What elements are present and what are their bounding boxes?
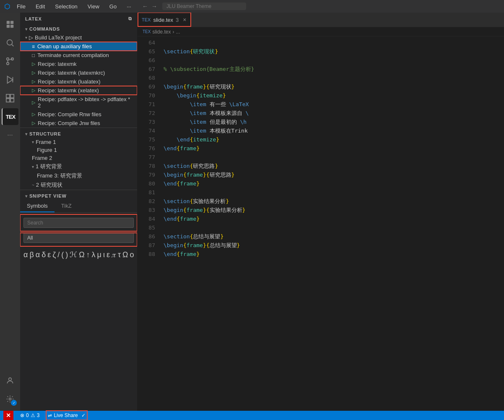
slide-tex-tab[interactable]: TEX slide.tex 3 × (138, 13, 191, 27)
search-area (162, 3, 500, 10)
titlebar: ⬡ File Edit Selection View Go ··· ← → (0, 0, 504, 13)
section1-label: 1 研究背景 (36, 163, 62, 170)
recipe4-icon: ▷ (32, 88, 35, 93)
snippet-search-container (20, 214, 137, 231)
svg-rect-2 (7, 25, 10, 28)
tab-bar: TEX slide.tex 3 × (138, 13, 504, 27)
line-87: \begin{frame}{总结与展望} (164, 241, 504, 250)
code-editor[interactable]: 64 65 66 67 68 69 70 71 72 73 74 75 76 7… (138, 37, 504, 411)
status-close[interactable]: ✕ (3, 411, 13, 420)
section2-item[interactable]: ~ 2 研究现状 (20, 180, 137, 190)
line-86: \section{总结与展望} (164, 232, 504, 241)
line-79: \begin{frame}{研究思路} (164, 170, 504, 179)
snippet-filter-select[interactable]: All (23, 233, 134, 243)
tab-tikz[interactable]: TikZ (55, 200, 78, 212)
terminate-command[interactable]: □ Terminate current compilation (20, 51, 137, 60)
clean-command[interactable]: ≡ Clean up auxiliary files (20, 42, 137, 51)
structure-section: ▾ STRUCTURE ▾ Frame 1 Figure 1 Frame 2 ▾… (20, 128, 137, 190)
line-71: \item 有一些 \LaTeX (164, 100, 504, 109)
recipe1-icon: ▷ (32, 61, 35, 67)
line-80: \end{frame} (164, 179, 504, 188)
line-78: \section{研究思路} (164, 162, 504, 170)
activity-more[interactable]: ··· (2, 127, 18, 143)
snippet-header: ▾ SNIPPET VIEW (20, 190, 137, 200)
frame3-item[interactable]: Frame 3: 研究背景 (20, 171, 137, 180)
frame1-item[interactable]: ▾ Frame 1 (20, 138, 137, 146)
error-icon: ⊗ (20, 412, 24, 418)
activity-search[interactable] (2, 34, 18, 51)
menu-file[interactable]: File (15, 3, 27, 10)
menu-more[interactable]: ··· (125, 3, 133, 10)
menu-selection[interactable]: Selection (53, 3, 79, 10)
live-share-label: Live Share (54, 412, 78, 418)
build-label: Build LaTeX project (35, 34, 82, 41)
line-65: \section{研究现状} (164, 47, 504, 56)
frame3-label: Frame 3: 研究背景 (37, 172, 82, 180)
frame2-item[interactable]: Frame 2 (20, 154, 137, 162)
recipe2-command[interactable]: ▷ Recipe: latexmk (latexmkrc) (20, 68, 137, 77)
section1-item[interactable]: ▾ 1 研究背景 (20, 162, 137, 171)
commands-section: ▾ COMMANDS ▾ ▷ Build LaTeX project ≡ Cle… (20, 23, 137, 128)
structure-collapse-icon[interactable]: ▾ (25, 132, 28, 136)
line-66 (164, 56, 504, 65)
recipe1-label: Recipe: latexmk (38, 61, 76, 67)
nav-forward-button[interactable]: → (151, 3, 157, 10)
recipe3-icon: ▷ (32, 79, 35, 84)
figure1-item[interactable]: Figure 1 (20, 146, 137, 154)
recipe3-label: Recipe: latexmk (lualatex) (38, 78, 101, 85)
nav-back-button[interactable]: ← (142, 3, 148, 10)
menu-edit[interactable]: Edit (34, 3, 47, 10)
tab-number: 3 (176, 17, 179, 23)
line-84: \end{frame} (164, 214, 504, 223)
activity-run[interactable] (2, 71, 18, 88)
tab-close-button[interactable]: × (183, 16, 186, 23)
snippet-search-input[interactable] (23, 218, 134, 228)
line-88: \end{frame} (164, 250, 504, 258)
activity-bar: TEX ··· ✓ (0, 13, 20, 411)
commands-collapse-icon[interactable]: ▾ (25, 27, 28, 31)
status-live-share[interactable]: ⇌ Live Share (46, 412, 79, 418)
recipe1-command[interactable]: ▷ Recipe: latexmk (20, 60, 137, 68)
status-check[interactable]: ✓ (80, 412, 87, 418)
line-81 (164, 188, 504, 197)
global-search-input[interactable] (162, 3, 246, 10)
build-group-header[interactable]: ▾ ▷ Build LaTeX project (20, 33, 137, 42)
recipe7-label: Recipe: Compile Jnw files (38, 120, 100, 126)
status-errors[interactable]: ⊗ 0 ⚠ 3 (18, 412, 41, 418)
svg-rect-14 (10, 99, 14, 102)
svg-rect-3 (10, 25, 13, 28)
structure-header: ▾ STRUCTURE (20, 128, 137, 138)
recipe4-command[interactable]: ▷ Recipe: latexmk (xelatex) (20, 86, 137, 95)
activity-source-control[interactable] (2, 53, 18, 70)
nav-buttons: ← → (142, 3, 157, 10)
recipe3-command[interactable]: ▷ Recipe: latexmk (lualatex) (20, 77, 137, 86)
activity-extensions[interactable] (2, 90, 18, 107)
build-collapse-icon: ▾ (25, 35, 27, 40)
live-share-icon: ⇌ (48, 412, 52, 418)
svg-rect-1 (10, 21, 13, 24)
copy-icon[interactable]: ⧉ (128, 16, 132, 21)
menu-view[interactable]: View (86, 3, 101, 10)
tex-label: TEX (6, 114, 15, 120)
menu-go[interactable]: Go (108, 3, 118, 10)
code-content[interactable]: \section{研究现状} % \subsection{Beamer主题分析}… (158, 37, 504, 411)
line-82: \section{实验结果分析} (164, 197, 504, 206)
svg-point-15 (9, 378, 12, 381)
activity-settings[interactable]: ✓ (2, 391, 18, 407)
build-run-icon: ▷ (29, 34, 33, 41)
frame1-label: Frame 1 (36, 139, 56, 145)
activity-account[interactable] (2, 372, 18, 389)
warning-count: 3 (37, 412, 40, 418)
vscode-icon: ⬡ (4, 3, 10, 10)
recipe5-command[interactable]: ▷ Recipe: pdflatex -> bibtex -> pdflatex… (20, 95, 137, 110)
settings-badge: ✓ (11, 400, 17, 406)
recipe7-command[interactable]: ▷ Recipe: Compile Jnw files (20, 119, 137, 128)
error-count: 0 (26, 412, 29, 418)
svg-point-16 (9, 398, 11, 400)
recipe4-label: Recipe: latexmk (xelatex) (38, 87, 99, 94)
tab-symbols[interactable]: Symbols (20, 200, 55, 212)
activity-explorer[interactable] (2, 16, 18, 33)
activity-tex[interactable]: TEX (2, 108, 18, 125)
snippet-symbols: αβαδεζ/()ℋΩ↑λμιε𝜋τΩο (20, 246, 137, 263)
recipe6-command[interactable]: ▷ Recipe: Compile Rnw files (20, 110, 137, 119)
